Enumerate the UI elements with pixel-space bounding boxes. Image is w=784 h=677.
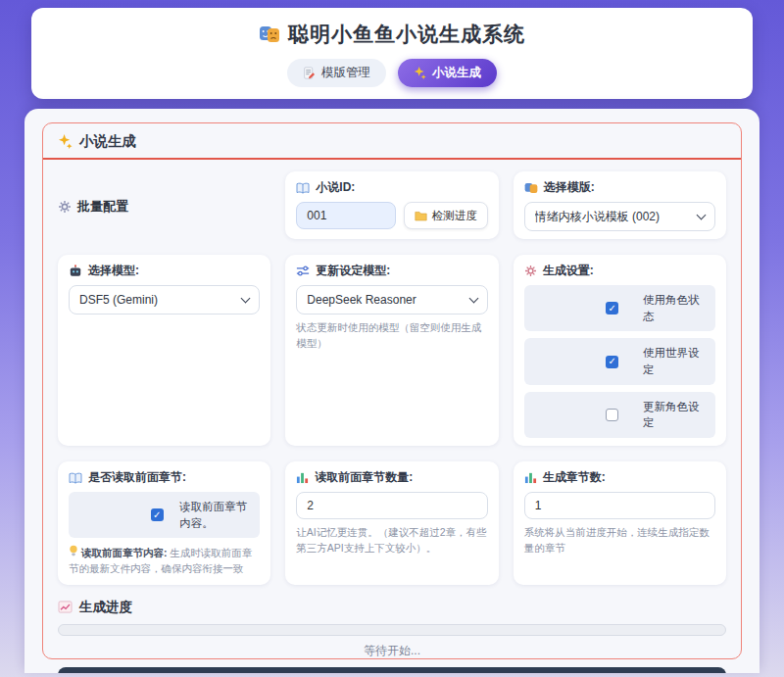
checkbox-read-previous[interactable]: ✓ [151, 508, 164, 521]
app-title: 聪明小鱼鱼小说生成系统 [31, 21, 753, 48]
panel-title-text: 小说生成 [79, 132, 136, 151]
read-previous-count-label: 读取前面章节数量: [296, 469, 487, 486]
batch-config-label: 批量配置 [77, 198, 128, 216]
tab-label: 模版管理 [321, 65, 370, 81]
read-previous-count-card: 读取前面章节数量: 让AI记忆更连贯。（建议不超过2章，有些第三方API支持上下… [285, 461, 498, 585]
update-model-select[interactable]: DeepSeek Reasoner [296, 285, 487, 314]
main-content: 小说生成 批量配置 小说ID: [24, 109, 760, 673]
template-label: 选择模版: [524, 179, 715, 196]
update-model-card: 更新设定模型: DeepSeek Reasoner 状态更新时使用的模型（留空则… [285, 255, 498, 446]
template-select-card: 选择模版: 情绪内核小说模板 (002) [514, 171, 726, 239]
tab-label: 小说生成 [432, 65, 481, 81]
novel-id-label: 小说ID: [296, 179, 487, 196]
book-icon [69, 472, 82, 484]
app-header: 聪明小鱼鱼小说生成系统 模版管理 小说生成 [31, 8, 753, 99]
chapter-count-label: 生成章节数: [524, 469, 715, 486]
masks-icon [524, 182, 538, 194]
model-label: 选择模型: [69, 263, 260, 279]
novel-generation-panel: 小说生成 批量配置 小说ID: [42, 122, 742, 659]
sliders-icon [296, 266, 310, 276]
checkbox-update-character-setting[interactable] [606, 409, 618, 421]
panel-title: 小说生成 [43, 123, 741, 160]
progress-heading: 生成进度 [58, 599, 726, 616]
read-previous-tip: 读取前面章节内容: 生成时读取前面章节的最新文件内容，确保内容衔接一致 [69, 545, 260, 577]
read-previous-label: 是否读取前面章节: [69, 469, 260, 486]
barchart-icon [524, 471, 537, 484]
checkbox-use-world-setting[interactable]: ✓ [606, 356, 618, 368]
folder-icon [415, 211, 427, 221]
bulb-icon [69, 545, 78, 557]
app-title-text: 聪明小鱼鱼小说生成系统 [288, 21, 525, 48]
tab-novel-generation[interactable]: 小说生成 [398, 59, 497, 87]
update-model-hint: 状态更新时使用的模型（留空则使用生成模型） [296, 320, 487, 352]
sparkles-icon [414, 67, 426, 79]
masks-icon [259, 25, 280, 43]
robot-icon [69, 265, 82, 277]
book-icon [296, 182, 310, 194]
novel-id-card: 小说ID: 检测进度 [285, 171, 498, 239]
main-tabs: 模版管理 小说生成 [31, 59, 753, 87]
chapter-count-card: 生成章节数: 系统将从当前进度开始，连续生成指定数量的章节 [514, 461, 726, 585]
generation-settings-card: 生成设置: ✓ 使用角色状态 ✓ 使用世界设定 更新角色设定 [514, 255, 726, 446]
generation-settings-label: 生成设置: [524, 263, 715, 279]
read-previous-count-hint: 让AI记忆更连贯。（建议不超过2章，有些第三方API支持上下文较小）。 [296, 525, 487, 556]
option-use-world-setting: ✓ 使用世界设定 [524, 338, 715, 384]
chapter-count-hint: 系统将从当前进度开始，连续生成指定数量的章节 [524, 525, 715, 556]
tab-template-management[interactable]: 模版管理 [287, 59, 386, 87]
memo-icon [303, 67, 316, 79]
batch-config-heading: 批量配置 [58, 171, 270, 239]
progress-status-text: 等待开始... [58, 643, 726, 659]
generation-log: [16:00:17] 检测到小说 001，当前已生成 4 章，下一章为第 5 章 [58, 667, 726, 673]
read-previous-count-input[interactable] [296, 492, 487, 519]
model-select-card: 选择模型: DSF5 (Gemini) [58, 255, 270, 446]
template-select[interactable]: 情绪内核小说模板 (002) [524, 202, 715, 231]
update-model-label: 更新设定模型: [296, 263, 487, 279]
chapter-count-input[interactable] [524, 492, 715, 519]
gear-icon [58, 200, 72, 214]
option-use-character-status: ✓ 使用角色状态 [524, 285, 715, 331]
generation-progress-bar [58, 624, 726, 636]
option-update-character-setting: 更新角色设定 [524, 392, 715, 438]
option-read-previous: ✓ 读取前面章节内容。 [69, 492, 260, 538]
barchart-icon [296, 471, 309, 484]
read-previous-card: 是否读取前面章节: ✓ 读取前面章节内容。 读取前面章节内容: 生成时读取前面章… [58, 461, 270, 585]
checkbox-use-character-status[interactable]: ✓ [606, 302, 618, 314]
trend-up-icon [58, 601, 73, 613]
check-progress-button[interactable]: 检测进度 [404, 202, 488, 229]
sparkles-icon [58, 134, 73, 149]
model-select[interactable]: DSF5 (Gemini) [69, 285, 260, 314]
novel-id-input[interactable] [296, 202, 395, 229]
gear-icon [524, 265, 537, 277]
